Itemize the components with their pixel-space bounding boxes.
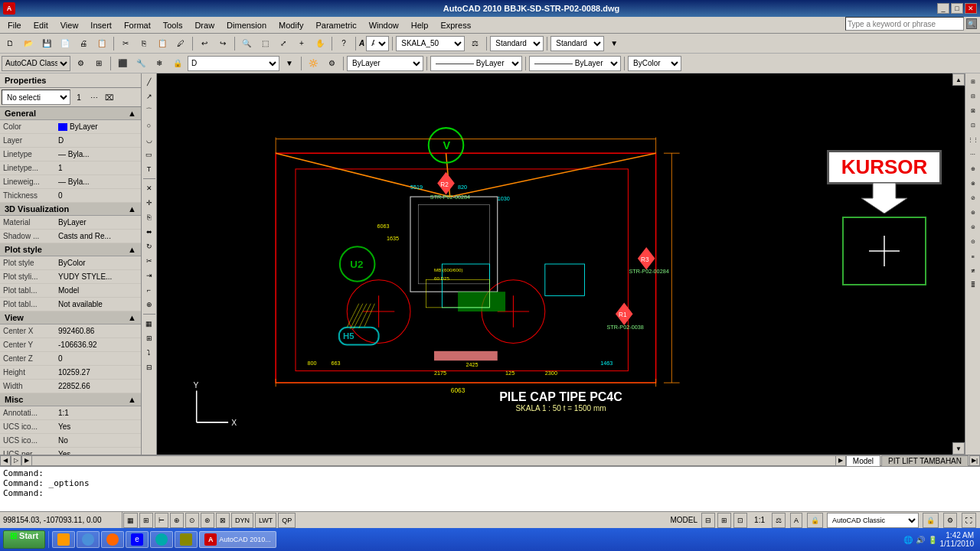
lineweight-select[interactable]: ————— ByLayer bbox=[529, 56, 621, 71]
modify-erase[interactable]: ✕ bbox=[142, 181, 156, 195]
layer-icon2[interactable]: ⚙ bbox=[323, 55, 340, 72]
pan-button[interactable]: ✋ bbox=[312, 35, 328, 52]
scale-tool-button[interactable]: ⚖ bbox=[466, 35, 483, 52]
canvas-scroll-up[interactable]: ▲ bbox=[952, 73, 965, 86]
section-view[interactable]: View ▲ bbox=[0, 311, 141, 324]
dimstyle-select[interactable]: Standard bbox=[550, 36, 604, 51]
undo-button[interactable]: ↩ bbox=[196, 35, 213, 52]
modify-trim[interactable]: ✂ bbox=[142, 254, 156, 268]
workspace-select[interactable]: AutoCAD Classic bbox=[2, 56, 70, 71]
layer-dropdown-button[interactable]: ▼ bbox=[281, 55, 298, 72]
layer-props-button[interactable]: 🔧 bbox=[132, 55, 149, 72]
lock-icon-status[interactable]: 🔒 bbox=[923, 513, 939, 528]
draw-table[interactable]: ⊟ bbox=[142, 360, 156, 374]
layer-lock-button[interactable]: 🔒 bbox=[169, 55, 186, 72]
menu-file[interactable]: File bbox=[2, 19, 28, 31]
minimize-button[interactable]: _ bbox=[937, 3, 949, 14]
save-as-button[interactable]: 📄 bbox=[57, 35, 74, 52]
fullscreen-button[interactable]: ⛶ bbox=[962, 513, 976, 528]
menu-insert[interactable]: Insert bbox=[84, 19, 118, 31]
copy-button[interactable]: ⎘ bbox=[136, 35, 152, 52]
section-misc[interactable]: Misc ▲ bbox=[0, 393, 141, 406]
layer-manager-button[interactable]: ⬛ bbox=[114, 55, 131, 72]
scroll-right2-button[interactable]: ▶ bbox=[21, 455, 32, 466]
scale-button[interactable]: ⚖ bbox=[772, 513, 786, 528]
right-tool-10[interactable]: ⊛ bbox=[966, 206, 980, 220]
draw-insert[interactable]: ⤵ bbox=[142, 346, 156, 360]
command-line[interactable]: Command: Command: _options Command: bbox=[0, 465, 980, 511]
new-button[interactable]: 🗋 bbox=[2, 35, 18, 52]
menu-window[interactable]: Window bbox=[363, 19, 405, 31]
print-button[interactable]: 🖨 bbox=[75, 35, 92, 52]
prop-toggle2[interactable]: ⋯ bbox=[87, 90, 101, 104]
ortho-button[interactable]: ⊢ bbox=[155, 513, 168, 528]
scroll-right-small-button[interactable]: ▷ bbox=[11, 455, 21, 466]
right-tool-8[interactable]: ⊗ bbox=[966, 177, 980, 191]
open-button[interactable]: 📂 bbox=[20, 35, 37, 52]
help-question-button[interactable]: ? bbox=[335, 35, 352, 52]
right-tool-13[interactable]: ≡ bbox=[966, 249, 980, 263]
draw-line[interactable]: ╱ bbox=[142, 75, 156, 89]
workspace-status-select[interactable]: AutoCAD Classic bbox=[827, 513, 919, 528]
menu-help[interactable]: Help bbox=[405, 19, 435, 31]
menu-edit[interactable]: Edit bbox=[28, 19, 54, 31]
taskbar-firefox[interactable] bbox=[101, 531, 124, 548]
model-icon2[interactable]: ⊞ bbox=[717, 513, 731, 528]
right-tool-4[interactable]: ⊡ bbox=[966, 119, 980, 132]
draw-circle[interactable]: ○ bbox=[142, 119, 156, 132]
lwt-button[interactable]: LWT bbox=[255, 513, 276, 528]
right-tool-1[interactable]: ⊞ bbox=[966, 75, 980, 89]
lock-button[interactable]: 🔒 bbox=[807, 513, 823, 528]
print-preview-button[interactable]: 📋 bbox=[93, 35, 110, 52]
menu-modify[interactable]: Modify bbox=[273, 19, 309, 31]
taskbar-explorer[interactable] bbox=[52, 531, 75, 548]
search-input[interactable] bbox=[845, 17, 964, 31]
right-tool-6[interactable]: ⋯ bbox=[966, 148, 980, 161]
modify-copy[interactable]: ⎘ bbox=[142, 210, 156, 224]
textstyle-select[interactable]: Standard bbox=[490, 36, 544, 51]
polar-button[interactable]: ⊕ bbox=[170, 513, 184, 528]
annotate-button[interactable]: A bbox=[790, 513, 802, 528]
taskbar-chrome[interactable] bbox=[77, 531, 100, 548]
scroll-expand-button[interactable]: ▶| bbox=[969, 455, 980, 466]
modify-fillet[interactable]: ⌐ bbox=[142, 283, 156, 297]
otrack-button[interactable]: ⊛ bbox=[201, 513, 214, 528]
model-icon3[interactable]: ⊡ bbox=[733, 513, 747, 528]
color-select[interactable]: ByLayer bbox=[347, 56, 423, 71]
modify-move[interactable]: ✛ bbox=[142, 196, 156, 210]
draw-rect[interactable]: ▭ bbox=[142, 148, 156, 161]
draw-hatch[interactable]: ▦ bbox=[142, 317, 156, 331]
ducs-button[interactable]: ⊠ bbox=[216, 513, 230, 528]
model-icon1[interactable]: ⊟ bbox=[701, 513, 715, 528]
scale-select[interactable]: SKALA_50 bbox=[396, 36, 465, 51]
section-plotstyle[interactable]: Plot style ▲ bbox=[0, 243, 141, 256]
prop-toggle3[interactable]: ⌧ bbox=[103, 90, 116, 104]
draw-block[interactable]: ⊞ bbox=[142, 331, 156, 345]
scroll-right-button[interactable]: ▶ bbox=[835, 455, 846, 466]
start-button[interactable]: ⊞ Start bbox=[3, 530, 45, 549]
zoom-extents-button[interactable]: ⤢ bbox=[275, 35, 292, 52]
right-tool-5[interactable]: ⋮⋮ bbox=[966, 133, 980, 147]
section-3dvis[interactable]: 3D Visualization ▲ bbox=[0, 203, 141, 216]
plotstyle-select[interactable]: ByColor bbox=[628, 56, 681, 71]
canvas-scroll-down[interactable]: ▼ bbox=[952, 442, 965, 455]
menu-express[interactable]: Express bbox=[434, 19, 477, 31]
scroll-left-button[interactable]: ◀ bbox=[0, 455, 11, 466]
right-tool-15[interactable]: ≣ bbox=[966, 279, 980, 292]
matchprop-button[interactable]: 🖊 bbox=[172, 35, 189, 52]
menu-dimension[interactable]: Dimension bbox=[220, 19, 273, 31]
right-tool-12[interactable]: ⊝ bbox=[966, 235, 980, 249]
draw-polyline[interactable]: ⌒ bbox=[142, 104, 156, 118]
right-tool-7[interactable]: ⊕ bbox=[966, 162, 980, 176]
close-button[interactable]: ✕ bbox=[965, 3, 977, 14]
text-size-select[interactable]: A bbox=[366, 36, 389, 51]
dimstyle-btn[interactable]: ▼ bbox=[606, 35, 622, 52]
selection-dropdown[interactable]: No selecti bbox=[2, 90, 70, 105]
restore-button[interactable]: □ bbox=[951, 3, 963, 14]
right-tool-14[interactable]: ≢ bbox=[966, 264, 980, 278]
modify-rotate[interactable]: ↻ bbox=[142, 240, 156, 253]
modify-extend[interactable]: ⇥ bbox=[142, 269, 156, 282]
draw-text[interactable]: T bbox=[142, 162, 156, 176]
tab-model[interactable]: Model bbox=[846, 455, 880, 466]
right-tool-3[interactable]: ⊠ bbox=[966, 104, 980, 118]
